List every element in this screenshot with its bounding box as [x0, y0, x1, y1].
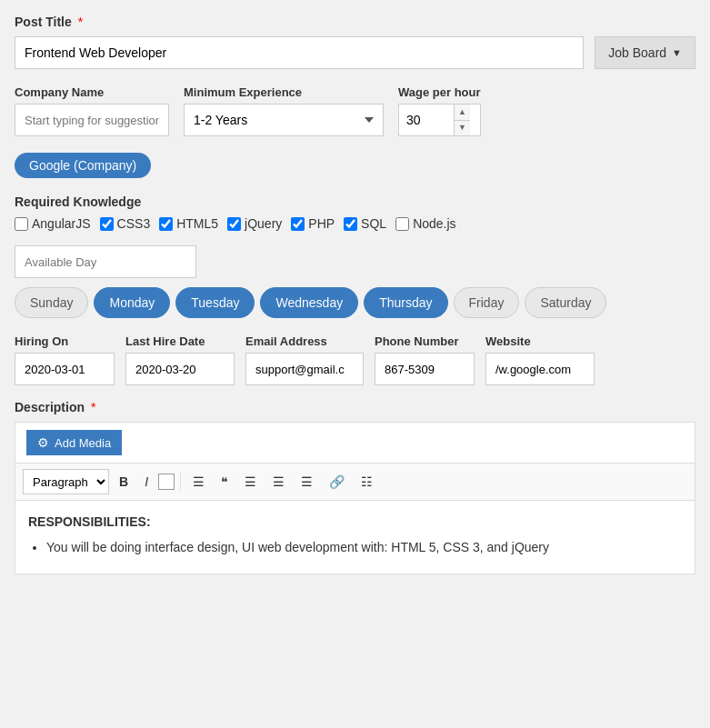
bold-button[interactable]: B [113, 469, 135, 494]
html5-checkbox[interactable] [159, 217, 173, 231]
paragraph-select[interactable]: Paragraph Heading 1 Heading 2 [23, 469, 109, 494]
hiring-on-label: Hiring On [15, 334, 115, 348]
company-tag: Google (Company) [15, 153, 151, 178]
css3-checkbox[interactable] [100, 217, 114, 231]
align-left-button[interactable]: ☰ [238, 469, 263, 494]
day-sunday[interactable]: Sunday [15, 287, 88, 318]
phone-number-label: Phone Number [375, 334, 475, 348]
company-name-input[interactable] [15, 104, 169, 136]
post-title-input[interactable] [15, 36, 584, 69]
checkbox-jquery[interactable]: jQuery [227, 216, 282, 231]
phone-number-input[interactable] [375, 353, 475, 385]
job-board-label: Job Board [608, 45, 666, 60]
editor-toolbar: Paragraph Heading 1 Heading 2 B I ☰ ❝ ☰ … [15, 464, 695, 501]
align-center-button[interactable]: ☰ [266, 469, 291, 494]
color-box[interactable] [158, 474, 175, 490]
wage-increment-button[interactable]: ▲ [455, 105, 470, 121]
min-experience-select[interactable]: Less than 1 Year 1-2 Years 2-5 Years 5+ … [184, 104, 384, 136]
email-address-input[interactable] [245, 353, 364, 385]
email-address-label: Email Address [245, 334, 364, 348]
responsibilities-heading: RESPONSIBILITIES: [28, 514, 151, 529]
nodejs-checkbox[interactable] [395, 217, 409, 231]
website-label: Website [485, 334, 595, 348]
php-checkbox[interactable] [291, 217, 305, 231]
checkbox-angularjs[interactable]: AngularJS [15, 216, 91, 231]
post-title-label: Post Title [15, 15, 72, 29]
required-knowledge-label: Required Knowledge [15, 194, 695, 209]
day-wednesday[interactable]: Wednesday [260, 287, 358, 318]
align-right-button[interactable]: ☰ [295, 469, 319, 494]
description-label: Description [15, 400, 85, 414]
available-day-input[interactable] [15, 245, 196, 278]
days-row: Sunday Monday Tuesday Wednesday Thursday… [15, 287, 695, 318]
day-tuesday[interactable]: Tuesday [175, 287, 255, 318]
day-thursday[interactable]: Thursday [364, 287, 447, 318]
checkbox-nodejs[interactable]: Node.js [395, 216, 455, 231]
wage-label: Wage per hour [398, 85, 481, 99]
sql-checkbox[interactable] [344, 217, 357, 231]
italic-button[interactable]: I [138, 469, 155, 494]
checkbox-css3[interactable]: CSS3 [100, 216, 151, 231]
knowledge-checkboxes: AngularJS CSS3 HTML5 jQuery PHP SQL Node… [15, 216, 695, 231]
wage-input[interactable] [399, 105, 454, 135]
editor-content[interactable]: RESPONSIBILITIES: You will be doing inte… [15, 501, 695, 573]
link-button[interactable]: 🔗 [323, 469, 351, 494]
checkbox-html5[interactable]: HTML5 [159, 216, 218, 231]
description-editor: ⚙ Add Media Paragraph Heading 1 Heading … [15, 422, 695, 574]
website-input[interactable] [485, 353, 595, 385]
add-media-label: Add Media [55, 436, 111, 450]
day-monday[interactable]: Monday [94, 287, 170, 318]
checkbox-php[interactable]: PHP [291, 216, 335, 231]
toolbar-divider-1 [180, 473, 181, 491]
last-hire-date-label: Last Hire Date [125, 334, 235, 348]
ordered-list-button[interactable]: ☰ [186, 469, 211, 494]
required-star: * [78, 15, 83, 29]
checkbox-sql[interactable]: SQL [344, 216, 386, 231]
chevron-down-icon: ▼ [672, 47, 682, 58]
responsibility-item: You will be doing interface design, UI w… [46, 537, 682, 557]
day-saturday[interactable]: Saturday [525, 287, 606, 318]
table-button[interactable]: ☷ [355, 469, 379, 494]
last-hire-date-input[interactable] [125, 353, 235, 385]
wage-decrement-button[interactable]: ▼ [455, 121, 470, 136]
job-board-button[interactable]: Job Board ▼ [595, 36, 695, 69]
add-media-icon: ⚙ [37, 435, 49, 450]
min-experience-label: Minimum Experience [184, 85, 384, 99]
add-media-button[interactable]: ⚙ Add Media [26, 430, 122, 455]
description-required-star: * [91, 400, 95, 414]
angularjs-checkbox[interactable] [15, 217, 28, 231]
hiring-on-input[interactable] [15, 353, 115, 385]
blockquote-button[interactable]: ❝ [215, 469, 235, 494]
company-name-label: Company Name [15, 85, 169, 99]
jquery-checkbox[interactable] [227, 217, 241, 231]
day-friday[interactable]: Friday [454, 287, 520, 318]
